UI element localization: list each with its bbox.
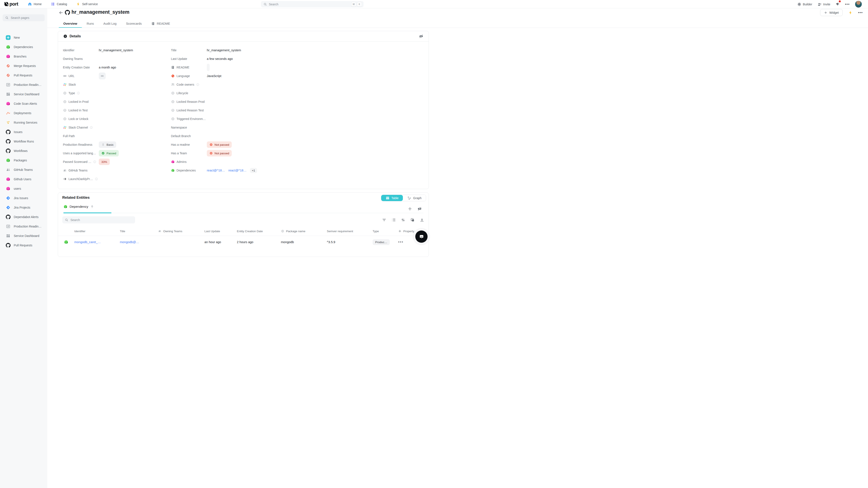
port-logo[interactable]: port: [3, 1, 18, 7]
sidebar-item-label: Service Dashboard: [14, 93, 39, 96]
details-label-text: Entity Creation Date: [63, 66, 90, 69]
chat-widget-button[interactable]: [415, 230, 428, 243]
status-badge-text: Passed: [106, 152, 116, 155]
details-value: react@^18…react@^18…+1: [207, 168, 429, 173]
global-search-input[interactable]: Search ⌘ K: [261, 1, 364, 7]
sidebar-item-workflow-runs[interactable]: Workflow Runs: [0, 137, 47, 146]
sidebar-item-workflows[interactable]: Workflows: [0, 146, 47, 156]
info-icon[interactable]: [93, 160, 96, 164]
sort-up-arrow-icon[interactable]: [90, 205, 94, 208]
details-title: Details: [69, 34, 81, 38]
add-relation-plus-button[interactable]: [408, 206, 412, 211]
column-header-semver_requirement[interactable]: Semver requirement: [327, 230, 373, 233]
details-label-text: Production Readiness: [63, 143, 92, 147]
column-header-package_name[interactable]: Package name: [281, 229, 327, 233]
table-toolbar: [382, 218, 424, 222]
sidebar-item-code-scan-alerts[interactable]: Code Scan Alerts: [0, 99, 47, 108]
back-arrow-button[interactable]: [58, 10, 64, 15]
download-icon[interactable]: [420, 218, 424, 222]
tab-overview[interactable]: Overview: [59, 19, 82, 28]
sort-icon[interactable]: [401, 218, 405, 222]
related-search-input[interactable]: Search: [62, 216, 135, 223]
sidebar-item-production-readin[interactable]: Production Readin…: [0, 222, 47, 231]
hide-empty-values-eye-off-icon[interactable]: [419, 34, 424, 39]
details-value: [99, 72, 166, 79]
status-badge: 33%: [99, 159, 110, 165]
column-header-label: Type: [373, 230, 379, 233]
sidebar-item-branches[interactable]: Branches: [0, 52, 47, 61]
sidebar-search-input[interactable]: Search pages: [3, 14, 45, 21]
status-badge: Not passed: [207, 141, 232, 148]
info-icon[interactable]: [77, 91, 80, 95]
sidebar-item-packages[interactable]: Packages: [0, 156, 47, 165]
details-row: Entity Creation Datea month ago: [58, 63, 166, 72]
dependency-link[interactable]: react@^18…: [207, 169, 225, 172]
sidebar-item-label: Branches: [14, 55, 26, 58]
details-label-text: Has a Team: [171, 152, 187, 155]
tab-runs[interactable]: Runs: [82, 19, 99, 28]
sidebar-item-dependabot-alerts[interactable]: Dependabot Alerts: [0, 212, 47, 222]
column-header-label: Semver requirement: [327, 230, 353, 233]
details-value: 33%: [99, 159, 166, 165]
group-by-icon[interactable]: [391, 218, 396, 222]
hide-columns-eye-off-icon[interactable]: [417, 206, 422, 211]
dependency-link[interactable]: react@^18…: [228, 169, 246, 172]
column-header-last_update[interactable]: Last Update: [205, 230, 237, 233]
sidebar-item-service-dashboard[interactable]: Service Dashboard: [0, 231, 47, 240]
jira-icon: [6, 196, 10, 200]
sidebar-item-github-users[interactable]: Github Users: [0, 174, 47, 184]
sidebar-item-pull-requests[interactable]: Pull Requests: [0, 240, 47, 244]
sidebar-item-running-services[interactable]: Running Services: [0, 118, 47, 127]
sidebar-item-merge-requests[interactable]: Merge Requests: [0, 61, 47, 71]
details-label: README: [166, 65, 207, 69]
nav-item-self-service[interactable]: Self-service: [76, 2, 98, 6]
more-dependencies-chip[interactable]: +1: [250, 168, 257, 173]
column-header-entity_creation_date[interactable]: Entity Creation Date: [237, 230, 281, 233]
view-toggle-table[interactable]: Table: [381, 195, 403, 201]
tab-dependency[interactable]: Dependency: [63, 204, 94, 209]
sidebar-item-github-teams[interactable]: GitHub Teams: [0, 165, 47, 174]
nav-item-catalog[interactable]: Catalog: [51, 2, 67, 6]
dots-tri-icon: [6, 120, 10, 125]
status-badge-text: Basic: [106, 143, 114, 147]
sidebar-item-pull-requests[interactable]: Pull Requests: [0, 71, 47, 80]
info-icon[interactable]: [90, 126, 93, 129]
port-logo-icon: [3, 1, 9, 7]
details-label-text: Namespace: [171, 126, 187, 129]
column-header-type[interactable]: Type: [373, 230, 398, 233]
sidebar-item-new[interactable]: New: [0, 33, 47, 42]
nav-item-home[interactable]: Home: [28, 2, 42, 6]
view-toggle-graph[interactable]: Graph: [403, 195, 426, 201]
sidebar-item-jira-issues[interactable]: Jira Issues: [0, 193, 47, 203]
sidebar-item-label: Pull Requests: [14, 243, 32, 244]
github-icon: [6, 139, 10, 144]
column-header-title[interactable]: Title: [120, 230, 158, 233]
entity-link[interactable]: mongodb_caret_…: [74, 240, 101, 244]
info-icon[interactable]: [196, 83, 199, 86]
row-actions-menu[interactable]: •••: [398, 240, 404, 244]
sidebar-item-users[interactable]: users: [0, 184, 47, 193]
column-header-owning_teams[interactable]: Owning Teams: [158, 229, 205, 233]
info-icon[interactable]: [95, 177, 98, 181]
sidebar-item-label: GitHub Teams: [14, 168, 33, 171]
details-label: Production Readiness: [58, 143, 99, 147]
entity-link[interactable]: mongodb@…: [120, 240, 139, 244]
related-tab-actions: [408, 206, 422, 211]
sidebar-item-dependencies[interactable]: Dependencies: [0, 42, 47, 52]
filter-icon[interactable]: [382, 218, 386, 222]
copy-icon[interactable]: [410, 218, 415, 222]
tab-readme[interactable]: README: [147, 19, 175, 28]
column-header-identifier[interactable]: Identifier: [74, 230, 120, 233]
tab-scorecards[interactable]: Scorecards: [121, 19, 147, 28]
sidebar-item-jira-projects[interactable]: Jira Projects: [0, 203, 47, 212]
details-label: Type: [58, 91, 99, 95]
sidebar-item-service-dashboard[interactable]: Service Dashboard: [0, 90, 47, 99]
sidebar-item-issues[interactable]: Issues: [0, 127, 47, 137]
sidebar-item-production-readin[interactable]: Production Readin…: [0, 80, 47, 90]
tab-audit-log[interactable]: Audit Log: [99, 19, 121, 28]
package-pink-icon: [6, 186, 10, 191]
link-icon: [63, 74, 67, 78]
details-row: Code owners: [166, 80, 429, 89]
sidebar-item-deployments[interactable]: Deployments: [0, 108, 47, 118]
url-link-chip[interactable]: [99, 72, 106, 79]
